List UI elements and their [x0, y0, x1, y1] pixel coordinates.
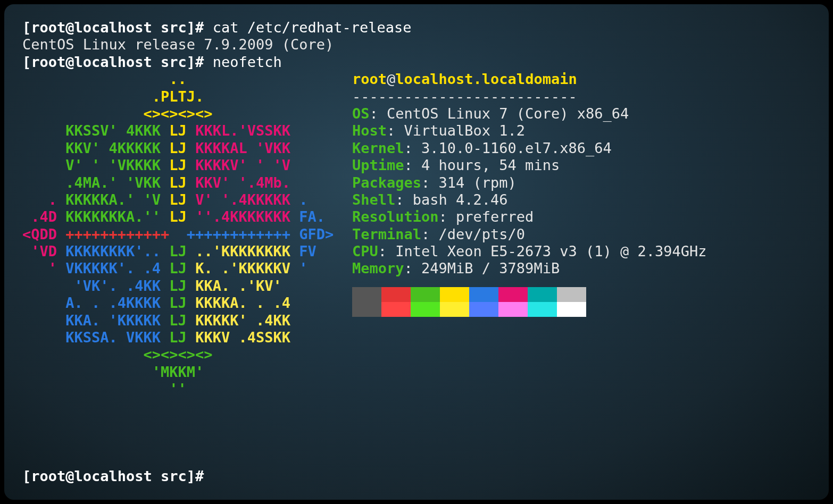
- info-title: root@localhost.localdomain: [352, 71, 707, 88]
- info-row: Host: VirtualBox 1.2: [352, 122, 707, 139]
- shell-prompt: [root@localhost src]#: [22, 54, 213, 70]
- color-swatch: [381, 287, 411, 302]
- color-swatch: [528, 287, 557, 302]
- term-line: [root@localhost src]#: [22, 468, 213, 485]
- color-swatch: [469, 287, 498, 302]
- color-swatch: [411, 287, 440, 302]
- color-swatch: [352, 287, 381, 302]
- color-swatch: [469, 302, 498, 317]
- color-swatch: [440, 287, 469, 302]
- info-row: Resolution: preferred: [352, 208, 707, 225]
- color-swatch: [381, 302, 411, 317]
- color-swatch: [528, 302, 557, 317]
- ascii-logo: .. .PLTJ. <><><><> KKSSV' 4KKK LJ KKKL.'…: [22, 71, 352, 398]
- color-swatch: [498, 287, 528, 302]
- neofetch-output: .. .PLTJ. <><><><> KKSSV' 4KKK LJ KKKL.'…: [22, 71, 811, 398]
- color-swatch: [440, 302, 469, 317]
- color-swatch: [498, 302, 528, 317]
- info-row: Shell: bash 4.2.46: [352, 191, 707, 208]
- color-palette: [352, 287, 707, 317]
- info-row: Uptime: 4 hours, 54 mins: [352, 157, 707, 174]
- system-info: root@localhost.localdomain -------------…: [352, 71, 707, 317]
- info-row: CPU: Intel Xeon E5-2673 v3 (1) @ 2.394GH…: [352, 243, 707, 260]
- color-swatch: [411, 302, 440, 317]
- info-row: Kernel: 3.10.0-1160.el7.x86_64: [352, 140, 707, 157]
- info-row: Packages: 314 (rpm): [352, 174, 707, 191]
- info-row: OS: CentOS Linux 7 (Core) x86_64: [352, 105, 707, 122]
- info-row: Memory: 249MiB / 3789MiB: [352, 260, 707, 277]
- terminal-window[interactable]: [root@localhost src]# cat /etc/redhat-re…: [4, 4, 829, 500]
- color-swatch: [352, 302, 381, 317]
- command-text: cat /etc/redhat-release: [213, 19, 412, 36]
- shell-prompt: [root@localhost src]#: [22, 19, 213, 36]
- info-row: Terminal: /dev/pts/0: [352, 226, 707, 243]
- info-separator: --------------------------: [352, 88, 707, 105]
- shell-prompt[interactable]: [root@localhost src]#: [22, 468, 213, 484]
- term-line: [root@localhost src]# cat /etc/redhat-re…: [22, 19, 811, 36]
- command-text: neofetch: [213, 54, 282, 70]
- command-output: CentOS Linux release 7.9.2009 (Core): [22, 36, 811, 53]
- term-line: [root@localhost src]# neofetch: [22, 54, 811, 71]
- color-swatch: [557, 302, 586, 317]
- color-swatch: [557, 287, 586, 302]
